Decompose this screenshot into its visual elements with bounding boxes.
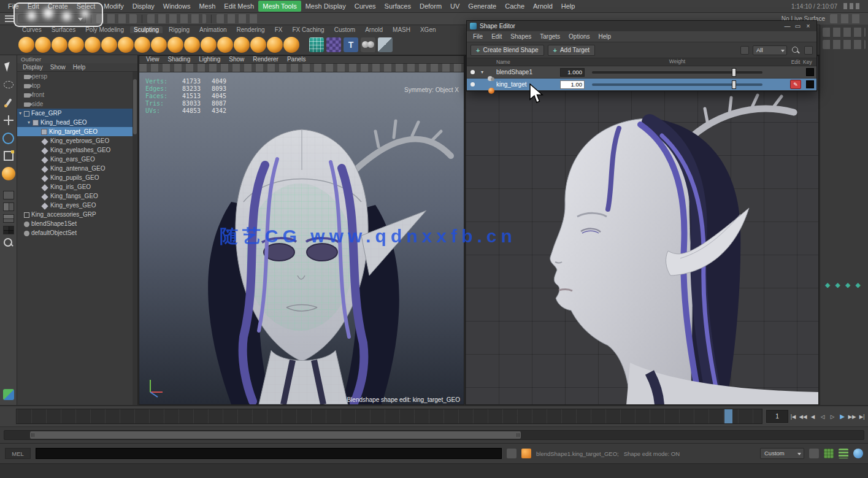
shelf-tab[interactable]: Curves [18, 26, 45, 33]
auto-keyframe-icon[interactable] [853, 449, 863, 458]
shelf-tab[interactable]: Arnold [361, 26, 386, 33]
echo-toggle-icon[interactable] [521, 449, 531, 458]
sculpt-brush-icon[interactable] [151, 37, 167, 53]
menu-item[interactable]: Surfaces [380, 1, 415, 12]
playback-button[interactable]: ▶▶ [847, 409, 857, 424]
weight-slider[interactable] [592, 66, 762, 78]
window-control-button[interactable]: — [782, 23, 793, 29]
sculpt-brush-icon[interactable] [118, 37, 134, 53]
menu-item[interactable]: Edit Mesh [220, 1, 258, 12]
shelf-tab[interactable]: Poly Modeling [82, 26, 128, 33]
command-line-input[interactable] [36, 448, 502, 459]
menu-item[interactable]: Display [128, 1, 159, 12]
sculpt-brush-icon[interactable] [167, 37, 183, 53]
playback-button[interactable]: ▷ [828, 409, 837, 424]
window-control-button[interactable]: ▭ [793, 23, 803, 29]
shape-name[interactable]: king_target [496, 81, 560, 88]
menu-item[interactable]: Modify [99, 1, 128, 12]
menu-item[interactable]: Help [557, 1, 580, 12]
outliner-item[interactable]: top [17, 81, 133, 90]
sculpt-brush-icon[interactable] [68, 37, 84, 53]
outliner-item[interactable]: King_head_GEO [17, 118, 133, 127]
sculpt-brush-icon[interactable] [267, 37, 283, 53]
sculpt-brush-icon[interactable] [184, 37, 200, 53]
outliner-item[interactable]: Face_GRP [17, 109, 133, 118]
menu-item[interactable]: Generate [464, 1, 501, 12]
viewport-menu-item[interactable]: Lighting [195, 56, 224, 63]
history-icons-group[interactable] [217, 14, 261, 23]
falloff-diamond-icon[interactable]: ◆ [835, 281, 840, 289]
shelf-tool-icon[interactable] [361, 37, 375, 52]
viewport-wireframe[interactable]: ViewShadingLightingShowRendererPanels [139, 55, 464, 405]
filter-dropdown[interactable]: All [753, 45, 787, 55]
menu-item[interactable]: UV [446, 1, 464, 12]
playback-button[interactable]: ◁ [818, 409, 828, 424]
outliner-item[interactable]: blendShape1Set [17, 219, 133, 228]
toolbox-tool-icon[interactable] [2, 114, 15, 127]
falloff-diamond-icon[interactable]: ◆ [825, 281, 830, 289]
sculpt-brush-icon[interactable] [52, 37, 67, 53]
shelf-tool-icon[interactable] [344, 37, 358, 52]
visibility-dot[interactable] [470, 70, 475, 74]
sculpt-brush-icon[interactable] [101, 37, 117, 53]
expand-toggle-icon[interactable] [26, 120, 32, 125]
outliner-item[interactable]: King_target_GEO [17, 127, 133, 136]
menu-item[interactable]: Deform [415, 1, 446, 12]
weight-slider[interactable] [592, 79, 762, 90]
menu-item[interactable]: Curves [350, 1, 380, 12]
render-icons-group[interactable] [830, 14, 863, 23]
weight-value-field[interactable]: 1.00 [560, 80, 585, 89]
create-blend-shape-button[interactable]: Create Blend Shape [470, 45, 544, 56]
shelf-tool-icon[interactable] [326, 37, 341, 52]
expand-toggle-icon[interactable] [478, 69, 486, 75]
search-icon[interactable] [791, 45, 801, 55]
status-hamburger-icon[interactable] [5, 15, 13, 22]
shelf-tool-icon[interactable] [309, 37, 324, 52]
shelf-tab[interactable]: MASH [389, 26, 414, 33]
toolbox-tool-icon[interactable] [2, 131, 15, 145]
layout-two-pane-icon[interactable] [3, 202, 14, 211]
shape-editor-menu-item[interactable]: Shapes [507, 33, 535, 40]
viewport-shaded[interactable] [465, 55, 819, 405]
viewport-menu-item[interactable]: View [142, 56, 163, 63]
toolbox-tool-icon[interactable] [2, 96, 15, 109]
toolbox-tool-icon[interactable] [2, 60, 15, 74]
slider-track[interactable] [592, 83, 762, 86]
shelf-tab[interactable]: Rendering [233, 26, 269, 33]
anim-layer-icon[interactable] [809, 449, 819, 458]
shelf-tab[interactable]: Sculpting [130, 26, 163, 33]
outliner-item[interactable]: King_eyes_GEO [17, 201, 133, 210]
outliner-item[interactable]: King_eyebrows_GEO [17, 136, 133, 145]
viewport-menu-item[interactable]: Shading [164, 56, 194, 63]
slider-track[interactable] [592, 71, 762, 74]
display-toggle-icons-row[interactable] [823, 40, 866, 49]
outliner-item[interactable]: King_ears_GEO [17, 155, 133, 164]
mel-toggle-button[interactable]: MEL [5, 448, 31, 459]
falloff-diamond-icon[interactable]: ◆ [845, 281, 850, 289]
shape-editor-menu-item[interactable]: Help [595, 33, 615, 40]
shape-name[interactable]: blendShape1 [496, 69, 560, 75]
shelf-tab[interactable]: Surfaces [48, 26, 79, 33]
outliner-item[interactable]: King_fangs_GEO [17, 191, 133, 201]
range-slider-groove[interactable] [4, 430, 864, 440]
outliner-item[interactable]: King_iris_GEO [17, 182, 133, 191]
visibility-dot[interactable] [470, 82, 475, 87]
layout-single-pane-icon[interactable] [3, 191, 14, 199]
playback-button[interactable]: |◀ [788, 409, 798, 424]
outliner-menu-item[interactable]: Show [47, 63, 69, 71]
toolbox-tool-icon[interactable] [2, 167, 15, 180]
name-column-header[interactable]: Name [496, 59, 560, 65]
slider-handle[interactable] [732, 68, 736, 77]
playback-button[interactable]: ▶| [857, 409, 867, 424]
channel-box-icons-row[interactable] [823, 28, 866, 37]
character-set-dropdown[interactable]: Custom [760, 448, 804, 459]
weight-column-header[interactable]: Weight [592, 58, 762, 66]
slider-handle[interactable] [732, 80, 736, 89]
layout-four-pane-icon[interactable] [3, 226, 14, 234]
outliner-item[interactable]: defaultObjectSet [17, 228, 133, 237]
shelf-tab[interactable]: Animation [196, 26, 230, 33]
options-icon[interactable] [804, 46, 813, 55]
sculpt-brush-icon[interactable] [35, 37, 51, 53]
menu-item[interactable]: Mesh Tools [258, 1, 301, 12]
current-frame-field[interactable]: 1 [766, 410, 788, 423]
